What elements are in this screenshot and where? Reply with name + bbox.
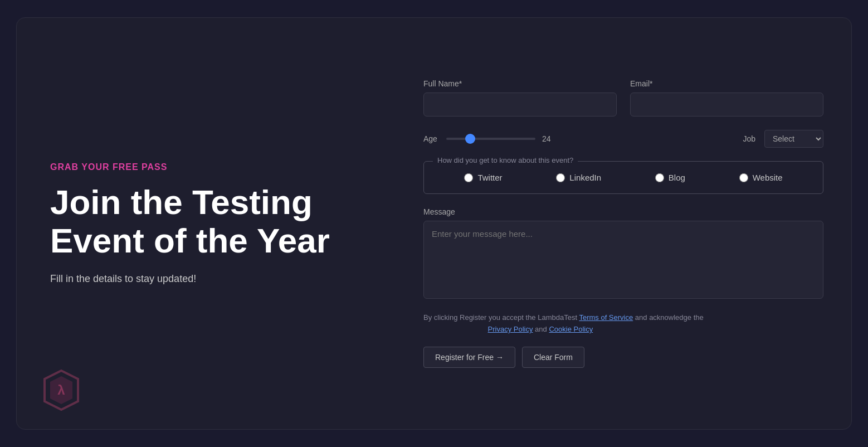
right-panel: Full Name* Email* Age 24 Job Select Deve… (396, 18, 851, 429)
svg-text:λ: λ (57, 382, 65, 397)
message-group: Message (423, 207, 823, 312)
cookie-policy-link[interactable]: Cookie Policy (549, 325, 593, 333)
email-group: Email* (630, 79, 823, 116)
button-row: Register for Free → Clear Form (423, 347, 823, 368)
terms-of-service-link[interactable]: Terms of Service (579, 313, 633, 322)
radio-twitter-label: Twitter (477, 173, 502, 182)
radio-website-label: Website (753, 173, 783, 182)
how-did-you-know-group: How did you get to know about this event… (423, 161, 823, 194)
how-legend: How did you get to know about this event… (433, 156, 578, 164)
register-button[interactable]: Register for Free → (423, 347, 515, 368)
full-name-group: Full Name* (423, 79, 617, 116)
terms-text: By clicking Register you accept the Lamb… (423, 312, 823, 336)
grab-label: GRAB YOUR FREE PASS (50, 162, 362, 172)
radio-blog[interactable] (655, 173, 664, 182)
full-name-label: Full Name* (423, 79, 617, 88)
radio-website[interactable] (739, 173, 748, 182)
main-heading: Join the Testing Event of the Year (50, 183, 362, 259)
job-select[interactable]: Select Developer Designer Manager Other (764, 130, 823, 148)
radio-option-blog[interactable]: Blog (655, 173, 685, 182)
radio-linkedin-label: LinkedIn (569, 173, 601, 182)
radio-twitter[interactable] (464, 173, 473, 182)
job-label: Job (743, 134, 755, 143)
terms-before: By clicking Register you accept the Lamb… (423, 313, 579, 322)
main-container: GRAB YOUR FREE PASS Join the Testing Eve… (16, 17, 852, 430)
terms-mid: and acknowledge the (633, 313, 703, 322)
left-panel: GRAB YOUR FREE PASS Join the Testing Eve… (17, 18, 396, 429)
terms-and: and (533, 325, 549, 333)
radio-blog-label: Blog (669, 173, 685, 182)
logo-watermark: λ (39, 368, 84, 412)
age-slider[interactable] (446, 138, 535, 140)
radio-options: Twitter LinkedIn Blog Website (437, 173, 810, 182)
age-label: Age (423, 134, 437, 143)
heading-line2: Event of the Year (50, 221, 330, 260)
email-label: Email* (630, 79, 823, 88)
privacy-policy-link[interactable]: Privacy Policy (488, 325, 533, 333)
message-textarea[interactable] (423, 221, 823, 299)
age-job-row: Age 24 Job Select Developer Designer Man… (423, 130, 823, 148)
full-name-input[interactable] (423, 93, 617, 116)
radio-linkedin[interactable] (556, 173, 565, 182)
message-label: Message (423, 207, 823, 216)
sub-text: Fill in the details to stay updated! (50, 273, 362, 285)
radio-option-website[interactable]: Website (739, 173, 783, 182)
age-slider-wrapper: 24 (446, 134, 734, 143)
radio-option-linkedin[interactable]: LinkedIn (556, 173, 601, 182)
age-value: 24 (542, 134, 559, 143)
terms-spacer (423, 325, 488, 333)
clear-button[interactable]: Clear Form (522, 347, 584, 368)
radio-option-twitter[interactable]: Twitter (464, 173, 502, 182)
email-input[interactable] (630, 93, 823, 116)
name-email-row: Full Name* Email* (423, 79, 823, 116)
heading-line1: Join the Testing (50, 183, 313, 221)
